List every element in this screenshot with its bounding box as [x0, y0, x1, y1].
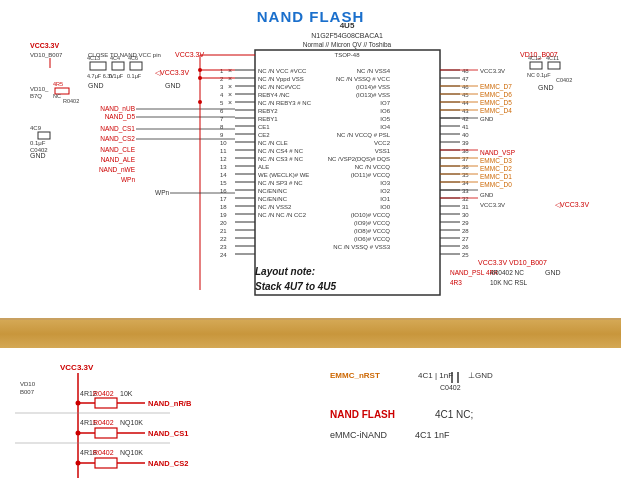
svg-text:NQ10K: NQ10K	[120, 449, 143, 457]
svg-text:WPn: WPn	[121, 176, 135, 183]
svg-text:NAND_VSP: NAND_VSP	[480, 149, 515, 157]
svg-text:NC /N VCCQ: NC /N VCCQ	[355, 164, 391, 170]
svg-text:NC /N VSSQ # VCC: NC /N VSSQ # VCC	[336, 76, 391, 82]
svg-text:4C1 1nF: 4C1 1nF	[415, 430, 450, 440]
svg-text:(IO6)# VCCQ: (IO6)# VCCQ	[354, 236, 390, 242]
svg-text:33: 33	[462, 188, 469, 194]
svg-rect-197	[130, 62, 142, 70]
svg-text:EMMC_D6: EMMC_D6	[480, 91, 512, 99]
svg-text:8: 8	[220, 124, 224, 130]
svg-text:EMMC_D7: EMMC_D7	[480, 83, 512, 91]
svg-text:19: 19	[220, 212, 227, 218]
svg-rect-191	[90, 62, 106, 70]
svg-text:NAND_CLE: NAND_CLE	[100, 146, 135, 154]
svg-text:44: 44	[462, 100, 469, 106]
svg-rect-259	[95, 458, 117, 468]
svg-text:23: 23	[220, 244, 227, 250]
svg-text:NC /N VCCQ # PSL: NC /N VCCQ # PSL	[337, 132, 391, 138]
svg-text:×: ×	[228, 99, 232, 106]
svg-rect-202	[55, 88, 69, 94]
svg-text:3: 3	[220, 84, 224, 90]
schematic-svg: 4U5 N1G2F54G08CBACA1 Normal // Micron QV…	[0, 0, 621, 320]
svg-point-266	[76, 431, 81, 436]
svg-text:eMMC-iNAND: eMMC-iNAND	[330, 430, 387, 440]
svg-text:NQ10K: NQ10K	[120, 419, 143, 427]
svg-text:GND: GND	[30, 152, 46, 159]
svg-text:NAND_CS1: NAND_CS1	[148, 429, 188, 438]
svg-text:34: 34	[462, 180, 469, 186]
svg-text:NC /N CS4 # NC: NC /N CS4 # NC	[258, 148, 304, 154]
svg-text:30: 30	[462, 212, 469, 218]
svg-text:REBY1: REBY1	[258, 116, 278, 122]
svg-text:NC /N Vppd VSS: NC /N Vppd VSS	[258, 76, 304, 82]
svg-text:CE1: CE1	[258, 124, 270, 130]
svg-text:18: 18	[220, 204, 227, 210]
svg-text:NC /N VSSQ # VSS3: NC /N VSSQ # VSS3	[333, 244, 390, 250]
svg-text:NC /VSP2(DQS)# DQS: NC /VSP2(DQS)# DQS	[328, 156, 390, 162]
svg-text:NAND FLASH: NAND FLASH	[330, 409, 395, 420]
svg-text:EMMC_D4: EMMC_D4	[480, 107, 512, 115]
svg-text:×: ×	[228, 75, 232, 82]
svg-text:R0402: R0402	[63, 98, 79, 104]
svg-text:47: 47	[462, 76, 469, 82]
svg-rect-207	[38, 132, 50, 139]
svg-text:4C1 NC;: 4C1 NC;	[435, 409, 473, 420]
svg-point-232	[198, 68, 202, 72]
svg-text:4C1: 4C1	[418, 371, 433, 380]
svg-text:NC /N REBY3 # NC: NC /N REBY3 # NC	[258, 100, 312, 106]
svg-text:NAND_nR/B: NAND_nR/B	[148, 399, 192, 408]
svg-text:36: 36	[462, 164, 469, 170]
svg-text:(IO8)# VCCQ: (IO8)# VCCQ	[354, 228, 390, 234]
svg-rect-194	[112, 62, 124, 70]
svg-text:25: 25	[462, 252, 469, 258]
svg-text:VCC3.3V: VCC3.3V	[175, 51, 205, 58]
svg-text:NAND_nUB: NAND_nUB	[100, 105, 135, 113]
svg-text:VCC2: VCC2	[374, 140, 391, 146]
svg-text:×: ×	[228, 91, 232, 98]
svg-text:28: 28	[462, 228, 469, 234]
svg-text:10K: 10K	[120, 390, 133, 397]
svg-text:EMMC_D2: EMMC_D2	[480, 165, 512, 173]
svg-text:48: 48	[462, 68, 469, 74]
svg-text:4.7μF 6.3V: 4.7μF 6.3V	[87, 73, 114, 79]
svg-point-234	[198, 100, 202, 104]
svg-text:5: 5	[220, 100, 224, 106]
svg-text:7: 7	[220, 116, 224, 122]
svg-text:VD10_: VD10_	[30, 86, 49, 92]
svg-text:4C6: 4C6	[128, 55, 138, 61]
svg-text:ALE: ALE	[258, 164, 269, 170]
svg-text:×: ×	[228, 67, 232, 74]
svg-text:42: 42	[462, 116, 469, 122]
svg-text:GND: GND	[165, 82, 181, 89]
svg-text:(IO10)# VCCQ: (IO10)# VCCQ	[351, 212, 391, 218]
svg-text:⊥GND: ⊥GND	[468, 371, 493, 380]
svg-text:VD10: VD10	[20, 381, 36, 387]
svg-text:GND: GND	[480, 192, 494, 198]
svg-text:4C9: 4C9	[30, 125, 42, 131]
svg-text:9: 9	[220, 132, 224, 138]
svg-text:REBY2: REBY2	[258, 108, 278, 114]
svg-text:IO1: IO1	[380, 196, 390, 202]
svg-text:VD10_B007: VD10_B007	[520, 51, 558, 59]
svg-text:EMMC_D0: EMMC_D0	[480, 181, 512, 189]
svg-text:NC/EN/NC: NC/EN/NC	[258, 188, 288, 194]
svg-text:(IO11)# VCCQ: (IO11)# VCCQ	[351, 172, 391, 178]
page-title: NAND FLASH	[257, 8, 365, 25]
svg-text:NAND_ALE: NAND_ALE	[101, 156, 136, 164]
svg-text:Normal // Micron QV // Toshiba: Normal // Micron QV // Toshiba	[303, 41, 392, 49]
svg-text:4R5: 4R5	[53, 81, 63, 87]
svg-text:NC /N VSS4: NC /N VSS4	[357, 68, 391, 74]
svg-text:11: 11	[220, 148, 227, 154]
divider	[0, 320, 621, 348]
svg-text:37: 37	[462, 156, 469, 162]
svg-text:IO0: IO0	[380, 204, 390, 210]
svg-text:◁VCC3.3V: ◁VCC3.3V	[155, 69, 190, 76]
schematic-area: NAND FLASH 4U5 N1G2F54G08CBACA1 Normal /…	[0, 0, 621, 320]
svg-text:NAND_CS1: NAND_CS1	[100, 125, 135, 133]
svg-text:WPn: WPn	[155, 189, 169, 196]
svg-text:10: 10	[220, 140, 227, 146]
svg-text:4C13: 4C13	[87, 55, 100, 61]
svg-text:NC /N CS3 # NC: NC /N CS3 # NC	[258, 156, 304, 162]
svg-text:NC /N CLE: NC /N CLE	[258, 140, 288, 146]
svg-text:TSOP-48: TSOP-48	[334, 52, 360, 58]
